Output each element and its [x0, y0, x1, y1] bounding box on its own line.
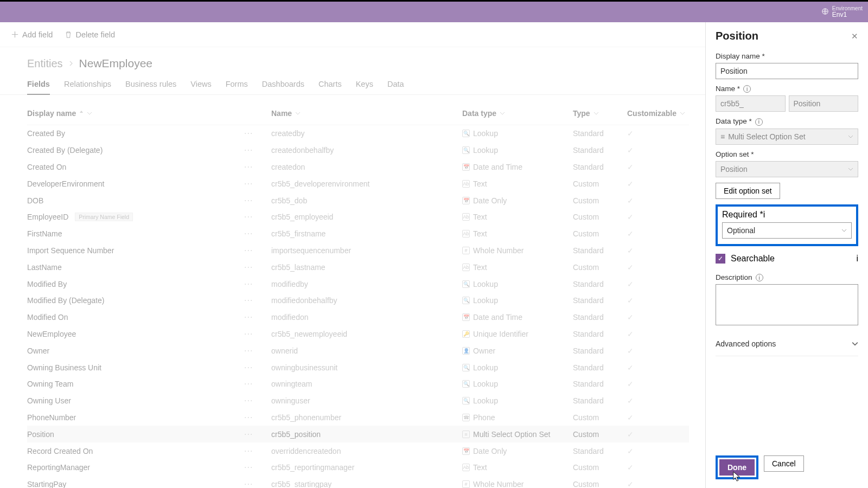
table-row[interactable]: Owner···ownerid👤OwnerStandard✓ — [27, 342, 689, 359]
table-row[interactable]: NewEmployee···cr5b5_newemployeeid🔑Unique… — [27, 326, 689, 343]
row-actions-icon[interactable]: ··· — [244, 145, 271, 155]
datetime-icon: 📅 — [462, 163, 470, 171]
cell-data-type: 🔍Lookup — [462, 296, 573, 305]
cell-type: Standard — [573, 313, 627, 322]
tab-views[interactable]: Views — [190, 80, 211, 94]
tab-data[interactable]: Data — [387, 80, 404, 94]
cell-data-type: 🔍Lookup — [462, 380, 573, 388]
row-actions-icon[interactable]: ··· — [244, 396, 271, 406]
row-actions-icon[interactable]: ··· — [244, 196, 271, 206]
cancel-button[interactable]: Cancel — [764, 455, 804, 472]
row-actions-icon[interactable]: ··· — [244, 429, 271, 439]
table-row[interactable]: Record Created On···overriddencreatedon📅… — [27, 442, 689, 459]
breadcrumb-root[interactable]: Entities — [27, 57, 63, 70]
col-header-type[interactable]: Type — [573, 109, 627, 118]
row-actions-icon[interactable]: ··· — [244, 346, 271, 356]
table-row[interactable]: PhoneNumber···cr5b5_phonenumber☎PhoneCus… — [27, 409, 689, 426]
info-icon[interactable]: i — [755, 118, 763, 126]
cell-display-name: Position — [27, 430, 244, 439]
cell-display-name: Created On — [27, 163, 244, 171]
breadcrumb-current: NewEmployee — [79, 57, 152, 70]
table-row[interactable]: LastName···cr5b5_lastnameAbTextCustom✓ — [27, 259, 689, 275]
required-select[interactable]: Optional — [722, 222, 852, 239]
row-actions-icon[interactable]: ··· — [244, 279, 271, 289]
row-actions-icon[interactable]: ··· — [244, 179, 271, 189]
table-row[interactable]: Modified On···modifiedon📅Date and TimeSt… — [27, 309, 689, 326]
chevron-down-icon — [295, 111, 301, 116]
table-row[interactable]: Modified By (Delegate)···modifiedonbehal… — [27, 292, 689, 309]
primary-name-badge: Primary Name Field — [75, 213, 133, 221]
row-actions-icon[interactable]: ··· — [244, 312, 271, 322]
row-actions-icon[interactable]: ··· — [244, 413, 271, 422]
breadcrumb: Entities NewEmployee — [0, 47, 705, 72]
tab-dashboards[interactable]: Dashboards — [262, 80, 304, 94]
row-actions-icon[interactable]: ··· — [244, 479, 271, 488]
text-icon: Ab — [462, 213, 470, 221]
cell-name: cr5b5_position — [271, 430, 462, 439]
delete-field-command[interactable]: Delete field — [65, 30, 115, 39]
row-actions-icon[interactable]: ··· — [244, 329, 271, 339]
close-panel-icon[interactable]: ✕ — [851, 31, 858, 41]
row-actions-icon[interactable]: ··· — [244, 363, 271, 373]
cell-name: createdon — [271, 163, 462, 171]
row-actions-icon[interactable]: ··· — [244, 212, 271, 222]
table-row[interactable]: Modified By···modifiedby🔍LookupStandard✓ — [27, 275, 689, 292]
tab-charts[interactable]: Charts — [318, 80, 342, 94]
table-row[interactable]: Created By···createdby🔍LookupStandard✓ — [27, 125, 689, 142]
tab-relationships[interactable]: Relationships — [64, 80, 111, 94]
row-actions-icon[interactable]: ··· — [244, 379, 271, 389]
cell-data-type: 📅Date Only — [462, 447, 573, 455]
row-actions-icon[interactable]: ··· — [244, 463, 271, 472]
table-row[interactable]: Owning Team···owningteam🔍LookupStandard✓ — [27, 376, 689, 393]
add-field-command[interactable]: Add field — [11, 30, 53, 39]
col-header-customizable[interactable]: Customizable — [627, 109, 687, 118]
table-row[interactable]: Import Sequence Number···importsequencen… — [27, 242, 689, 259]
cell-customizable: ✓ — [627, 480, 687, 488]
cell-data-type: 🔍Lookup — [462, 146, 573, 155]
done-button[interactable]: Done — [719, 459, 755, 476]
searchable-label: Searchable — [731, 254, 775, 264]
tab-fields[interactable]: Fields — [27, 80, 50, 95]
table-row[interactable]: StartingPay···cr5b5_startingpay#Whole Nu… — [27, 476, 689, 488]
row-actions-icon[interactable]: ··· — [244, 296, 271, 305]
table-row[interactable]: Created On···createdon📅Date and TimeStan… — [27, 159, 689, 176]
col-header-data-type[interactable]: Data type — [462, 109, 573, 118]
advanced-options-toggle[interactable]: Advanced options — [716, 332, 858, 356]
cell-display-name: Owning User — [27, 396, 244, 405]
info-icon[interactable]: i — [756, 274, 763, 281]
edit-option-set-button[interactable]: Edit option set — [716, 183, 780, 199]
cell-type: Custom — [573, 263, 627, 272]
datetime-icon: 📅 — [462, 313, 470, 321]
table-row[interactable]: Owning User···owninguser🔍LookupStandard✓ — [27, 393, 689, 409]
tab-forms[interactable]: Forms — [226, 80, 248, 94]
row-actions-icon[interactable]: ··· — [244, 262, 271, 272]
required-highlight: Required *i Optional — [716, 204, 858, 246]
table-row[interactable]: ReportingManager···cr5b5_reportingmanage… — [27, 459, 689, 476]
row-actions-icon[interactable]: ··· — [244, 162, 271, 172]
table-row[interactable]: DeveloperEnvironment···cr5b5_developeren… — [27, 175, 689, 192]
row-actions-icon[interactable]: ··· — [244, 246, 271, 255]
row-actions-icon[interactable]: ··· — [244, 446, 271, 456]
table-row[interactable]: Created By (Delegate)···createdonbehalfb… — [27, 142, 689, 159]
searchable-checkbox[interactable]: ✓ — [716, 254, 725, 264]
col-header-display-name[interactable]: Display name — [27, 109, 244, 118]
tab-keys[interactable]: Keys — [356, 80, 373, 94]
cell-display-name: Created By (Delegate) — [27, 146, 244, 155]
display-name-input[interactable] — [716, 63, 858, 79]
col-header-name[interactable]: Name — [271, 109, 462, 118]
info-icon[interactable]: i — [743, 85, 751, 93]
table-row[interactable]: Owning Business Unit···owningbusinessuni… — [27, 359, 689, 376]
table-row[interactable]: EmployeeIDPrimary Name Field···cr5b5_emp… — [27, 209, 689, 226]
tab-business-rules[interactable]: Business rules — [125, 80, 176, 94]
description-textarea[interactable] — [716, 284, 858, 325]
cell-display-name: Modified By (Delegate) — [27, 296, 244, 305]
table-row[interactable]: FirstName···cr5b5_firstnameAbTextCustom✓ — [27, 226, 689, 242]
table-row[interactable]: DOB···cr5b5_dob📅Date OnlyCustom✓ — [27, 192, 689, 209]
option-set-select[interactable]: Position — [716, 161, 858, 177]
row-actions-icon[interactable]: ··· — [244, 229, 271, 239]
info-icon[interactable]: i — [856, 254, 858, 264]
info-icon[interactable]: i — [763, 210, 765, 219]
row-actions-icon[interactable]: ··· — [244, 129, 271, 138]
cell-name: cr5b5_developerenvironment — [271, 179, 462, 188]
table-row[interactable]: Position···cr5b5_position≡Multi Select O… — [27, 426, 689, 442]
